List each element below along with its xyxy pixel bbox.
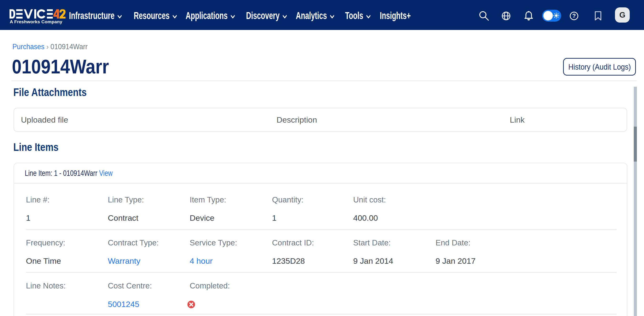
svg-text:?: ? [572, 12, 576, 19]
